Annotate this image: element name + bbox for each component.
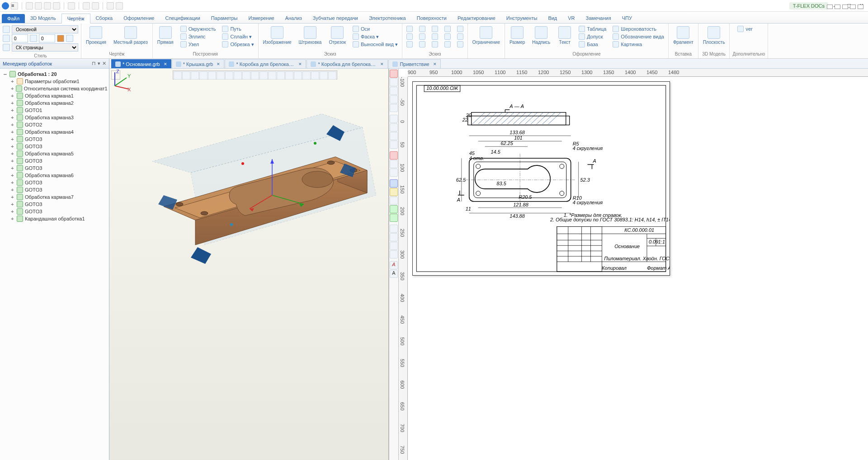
menu-icon[interactable]: ≡ <box>11 2 18 9</box>
tree-item[interactable]: +GOTO3 <box>1 136 108 143</box>
tree-item[interactable]: +Обработка кармана2 <box>1 99 108 107</box>
ribbon-Окружность[interactable]: Окружность <box>179 25 217 33</box>
tab-Редактирование[interactable]: Редактирование <box>452 14 501 23</box>
doctab[interactable]: Приветствие✕ <box>388 59 440 68</box>
doctab-close-icon[interactable]: ✕ <box>380 62 384 66</box>
tree-root[interactable]: – Обработка1 : 20 <box>1 70 108 78</box>
ribbon-Обрезка-[interactable]: Обрезка ▾ <box>221 41 255 48</box>
tree-item[interactable]: +Обработка кармана3 <box>1 114 108 121</box>
redo-icon[interactable] <box>92 2 99 9</box>
tab-VR[interactable]: VR <box>562 14 580 23</box>
ribbon-Проекция[interactable]: Проекция <box>84 25 108 46</box>
ribbon-Надпись[interactable]: Надпись <box>530 25 552 46</box>
tab-Анализ[interactable]: Анализ <box>280 14 307 23</box>
doctab-close-icon[interactable]: ✕ <box>164 62 167 66</box>
open-icon[interactable] <box>35 2 42 9</box>
ts-render2-icon[interactable] <box>390 214 398 222</box>
sketch-icon-2-2[interactable] <box>430 41 439 48</box>
ts-look-icon[interactable] <box>390 141 398 149</box>
tab-file[interactable]: Файл <box>2 14 25 23</box>
tree-item[interactable]: +Карандашная обработка1 <box>1 215 108 222</box>
print-icon[interactable] <box>68 2 75 9</box>
tree-item[interactable]: +GOTO3 <box>1 179 108 186</box>
val1-input[interactable] <box>12 34 28 42</box>
ribbon-Изображение[interactable]: Изображение <box>261 25 293 46</box>
drawing-viewport[interactable]: 9009501000105011001150120012501300135014… <box>399 69 868 460</box>
ribbon-Сплайн-[interactable]: Сплайн ▾ <box>221 33 255 40</box>
tab-Сборка[interactable]: Сборка <box>90 14 118 23</box>
ribbon-Штриховка[interactable]: Штриховка <box>297 25 324 46</box>
tab-Зубчатые передачи[interactable]: Зубчатые передачи <box>307 14 363 23</box>
sketch-icon-0-0[interactable] <box>405 25 414 33</box>
sketch-icon-1-0[interactable] <box>418 25 427 33</box>
tab-Вид[interactable]: Вид <box>542 14 562 23</box>
tree-item[interactable]: +GOTO1 <box>1 107 108 114</box>
dock-dropdown-icon[interactable]: ▾ <box>98 61 100 66</box>
doctab[interactable]: * Коробка для брелока.grb✕ <box>307 59 388 68</box>
new-icon[interactable] <box>26 2 33 9</box>
ribbon-Путь[interactable]: Путь <box>221 25 255 33</box>
ts-hidden-icon[interactable] <box>390 197 398 205</box>
ts-cube-red-icon[interactable] <box>390 151 398 160</box>
tree-item[interactable]: +Обработка кармана7 <box>1 193 108 201</box>
tab-3D Модель[interactable]: 3D Модель <box>25 14 61 23</box>
tree-item[interactable]: +Обработка кармана6 <box>1 172 108 179</box>
ribbon-Фаска-[interactable]: Фаска ▾ <box>351 33 399 40</box>
tree-item[interactable]: +Обработка кармана1 <box>1 92 108 99</box>
ts-rotate-icon[interactable] <box>390 132 398 140</box>
ribbon-Таблица[interactable]: Таблица <box>577 25 608 33</box>
dock-close-icon[interactable]: ✕ <box>102 61 106 66</box>
wc1[interactable] <box>827 5 833 9</box>
tree-item[interactable]: +Обработка кармана4 <box>1 128 108 136</box>
ribbon-Фрагмент[interactable]: Фрагмент <box>671 25 695 46</box>
sketch-icon-0-2[interactable] <box>405 41 414 48</box>
viewport-3d[interactable]: Z X Y <box>109 69 389 460</box>
ribbon-Местный-разрез[interactable]: Местный разрез <box>112 25 150 46</box>
doctab-close-icon[interactable]: ✕ <box>298 62 302 66</box>
tab-Оформление[interactable]: Оформление <box>118 14 160 23</box>
ribbon-Размер[interactable]: Размер <box>508 25 527 46</box>
tree-item[interactable]: +Параметры обработки1 <box>1 78 108 85</box>
refresh-icon[interactable] <box>107 2 114 9</box>
ts-opt3-icon[interactable] <box>390 242 398 250</box>
ts-object-icon[interactable] <box>390 78 398 86</box>
ts-zoom-in-icon[interactable] <box>390 87 398 95</box>
ribbon-База[interactable]: База <box>577 41 608 48</box>
ribbon-Картинка[interactable]: Картинка <box>611 41 665 48</box>
ts-text-a2-icon[interactable]: A <box>390 270 398 278</box>
tab-Замечания[interactable]: Замечания <box>580 14 617 23</box>
tree-item[interactable]: +Обработка кармана5 <box>1 150 108 157</box>
dock-pin-icon[interactable]: ⊓ <box>92 61 96 66</box>
tree-item[interactable]: +GOTO3 <box>1 143 108 150</box>
ribbon-Отрезок[interactable]: Отрезок <box>327 25 348 46</box>
tree-item[interactable]: +GOTO3 <box>1 164 108 172</box>
ribbon-Плоскость[interactable]: Плоскость <box>701 25 727 46</box>
ribbon-Прямая[interactable]: Прямая <box>156 25 175 46</box>
sketch-icon-0-1[interactable] <box>405 33 414 40</box>
ts-zoom-out-icon[interactable] <box>390 95 398 103</box>
views-icon[interactable] <box>116 2 123 9</box>
wc3[interactable] <box>842 5 848 9</box>
ts-render-icon[interactable] <box>390 205 398 213</box>
ribbon-Оси[interactable]: Оси <box>351 25 399 33</box>
sketch-icon-4-2[interactable] <box>456 41 465 48</box>
ribbon-ver[interactable]: ver <box>736 25 754 33</box>
ts-shade-icon[interactable] <box>390 179 398 188</box>
undo-icon[interactable] <box>83 2 90 9</box>
tab-Инструменты[interactable]: Инструменты <box>501 14 543 23</box>
tree-item[interactable]: +GOTO3 <box>1 201 108 208</box>
tab-Параметры[interactable]: Параметры <box>206 14 243 23</box>
tree-item[interactable]: +GOTO3 <box>1 208 108 215</box>
layer-select[interactable]: Основной <box>12 25 78 33</box>
ribbon-Узел[interactable]: Узел <box>179 41 217 48</box>
doctab-close-icon[interactable]: ✕ <box>433 62 437 66</box>
sketch-icon-3-1[interactable] <box>443 33 452 40</box>
tree-item[interactable]: +GOTO3 <box>1 186 108 193</box>
ribbon-Текст[interactable]: Текст <box>556 25 574 46</box>
save-all-icon[interactable] <box>53 2 60 9</box>
docs-badge[interactable]: T-FLEX DOCs <box>789 2 828 9</box>
val2-input[interactable] <box>39 34 55 42</box>
tree-item[interactable]: +Относительная система координат1 <box>1 85 108 92</box>
tree-item[interactable]: +GOTO3 <box>1 157 108 164</box>
tab-ЧПУ[interactable]: ЧПУ <box>617 14 637 23</box>
